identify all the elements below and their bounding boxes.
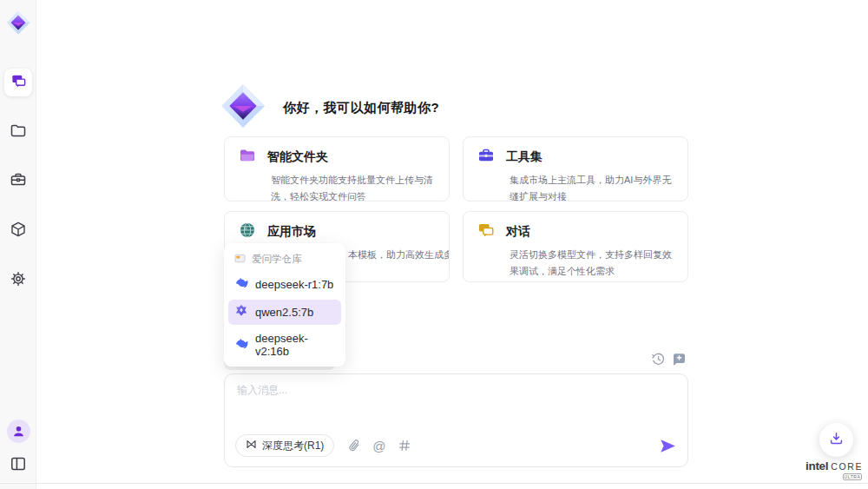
repository-label: 爱问学仓库 xyxy=(252,253,302,266)
window-bottom-border xyxy=(0,483,868,484)
card-chat[interactable]: 对话 灵活切换多模型文件，支持多样回复效果调试，满足个性化需求 xyxy=(463,211,688,282)
model-option-label: deepseek-r1:7b xyxy=(255,278,333,291)
app-logo-icon[interactable] xyxy=(6,10,30,35)
new-chat-icon[interactable] xyxy=(672,352,687,367)
model-dropdown-header: 爱问学仓库 xyxy=(228,248,341,269)
download-button[interactable] xyxy=(819,423,853,457)
deep-think-label: 深度思考(R1) xyxy=(262,439,324,453)
app-logo-large-icon xyxy=(220,83,266,132)
user-avatar[interactable] xyxy=(7,420,30,443)
repository-icon xyxy=(234,253,246,266)
model-option-deepseek-r1[interactable]: deepseek-r1:7b xyxy=(228,272,341,297)
chat-actions xyxy=(651,352,688,367)
sidebar-item-settings[interactable] xyxy=(4,267,32,294)
history-icon[interactable] xyxy=(651,352,666,367)
folder-purple-icon xyxy=(239,147,256,168)
core-wordmark: CORE xyxy=(831,461,863,472)
sidebar-item-toolbox[interactable] xyxy=(4,168,32,195)
send-button[interactable] xyxy=(660,439,676,453)
card-title: 智能文件夹 xyxy=(267,149,328,165)
sidebar-item-chat[interactable] xyxy=(4,69,32,96)
model-option-label: deepseek-v2:16b xyxy=(255,332,335,358)
sidebar xyxy=(0,0,36,489)
card-description: 集成市场上主流工具，助力AI与外界无缝扩展与对接 xyxy=(510,172,674,202)
card-title: 对话 xyxy=(506,224,530,240)
card-toolset[interactable]: 工具集 集成市场上主流工具，助力AI与外界无缝扩展与对接 xyxy=(463,136,688,202)
card-description: 灵活切换多模型文件，支持多样回复效果调试，满足个性化需求 xyxy=(510,247,674,280)
deepseek-icon xyxy=(234,337,248,354)
sidebar-item-models[interactable] xyxy=(4,217,32,245)
cube-icon xyxy=(10,221,27,241)
gear-icon xyxy=(10,270,27,291)
briefcase-icon xyxy=(10,171,27,192)
deepseek-icon xyxy=(234,276,248,293)
chat-icon xyxy=(10,73,27,93)
page-title: 你好，我可以如何帮助你? xyxy=(283,100,439,116)
intel-wordmark: intel xyxy=(806,459,828,472)
ultra-badge: ULTRA xyxy=(843,473,862,480)
briefcase-purple-icon xyxy=(477,147,495,168)
deep-think-icon xyxy=(246,439,257,453)
deep-think-button[interactable]: 深度思考(R1) xyxy=(235,434,334,457)
sidebar-item-folders[interactable] xyxy=(4,118,32,146)
card-title: 应用市场 xyxy=(267,224,316,240)
folder-icon xyxy=(10,122,27,142)
greeting: 你好，我可以如何帮助你? xyxy=(220,83,439,132)
download-icon xyxy=(829,431,844,449)
at-icon[interactable]: @ xyxy=(372,439,385,453)
paperclip-icon[interactable] xyxy=(349,439,360,453)
message-composer: 深度思考(R1) @ xyxy=(224,373,688,467)
composer-tool-icons: @ xyxy=(349,439,410,453)
app-window: 你好，我可以如何帮助你? 智能文件夹 智能文件夹功能支持批量文件上传与清洗，轻松… xyxy=(0,0,868,489)
main-content: 你好，我可以如何帮助你? 智能文件夹 智能文件夹功能支持批量文件上传与清洗，轻松… xyxy=(224,0,688,489)
panel-toggle-icon[interactable] xyxy=(4,453,32,475)
model-option-deepseek-v2[interactable]: deepseek-v2:16b xyxy=(228,327,341,362)
chat-gold-icon xyxy=(477,221,495,242)
model-dropdown: 爱问学仓库 deepseek-r1:7b q xyxy=(224,243,345,367)
card-description: 智能文件夹功能支持批量文件上传与清洗，轻松实现文件问答 xyxy=(271,172,435,202)
composer-toolbar: 深度思考(R1) @ xyxy=(235,434,676,457)
sidebar-nav xyxy=(0,69,36,294)
sidebar-bottom xyxy=(0,420,36,475)
message-input[interactable] xyxy=(237,383,671,420)
qwen-icon xyxy=(234,304,248,320)
globe-teal-icon xyxy=(239,221,256,242)
intel-core-logo: intel CORE ULTRA xyxy=(805,459,864,480)
hash-icon[interactable] xyxy=(398,439,411,452)
card-smart-folder[interactable]: 智能文件夹 智能文件夹功能支持批量文件上传与清洗，轻松实现文件问答 xyxy=(224,136,450,202)
model-option-label: qwen2.5:7b xyxy=(255,306,313,319)
model-option-qwen[interactable]: qwen2.5:7b xyxy=(228,300,341,325)
card-title: 工具集 xyxy=(506,149,542,165)
